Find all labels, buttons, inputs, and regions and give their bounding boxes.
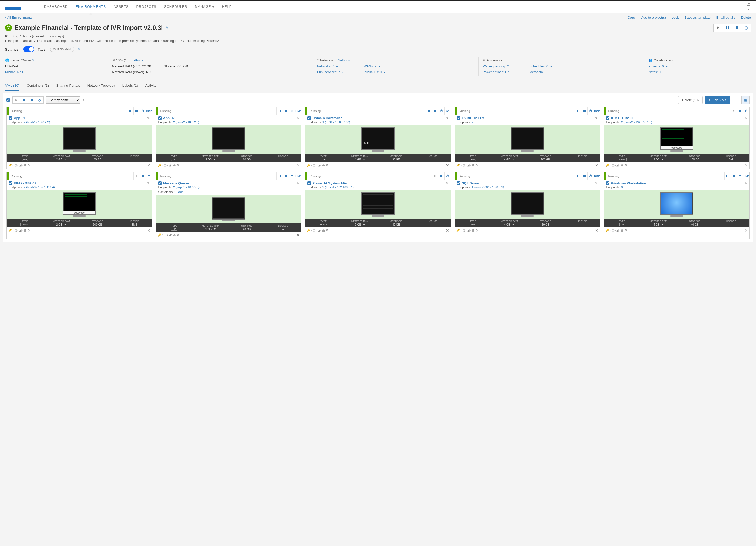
vm-checkbox[interactable] [606, 116, 609, 120]
gear-icon[interactable]: ⚙ [27, 164, 30, 167]
vm-close-icon[interactable]: ✕ [745, 229, 748, 233]
vm-play-button[interactable] [731, 107, 737, 115]
disks-icon[interactable]: ◢0 [467, 164, 471, 167]
vm-rdp-button[interactable]: RDP [295, 173, 301, 180]
metadata-link[interactable]: Metadata [530, 70, 543, 74]
nav-projects[interactable]: PROJECTS [136, 1, 156, 13]
vm-power-button[interactable] [444, 173, 451, 180]
keys-icon[interactable]: 🔑2 [307, 164, 312, 167]
vm-rdp-button[interactable]: RDP [743, 173, 749, 180]
edit-region-icon[interactable]: ✎ [32, 59, 35, 62]
toolbar-power-button[interactable] [36, 97, 44, 104]
keys-icon[interactable]: 🔑2 [158, 164, 163, 167]
vm-power-button[interactable] [587, 173, 594, 180]
vm-play-button[interactable] [133, 173, 140, 180]
vm-endpoint-link[interactable]: 2 (host-2 - 192.168.1.3) [621, 121, 652, 124]
keys-icon[interactable]: 🔑2 [8, 164, 13, 167]
print-icon[interactable]: 🖶 [621, 229, 624, 232]
disks-icon[interactable]: ◢0 [169, 164, 172, 167]
vm-edit-icon[interactable]: ✎ [446, 181, 449, 185]
vm-checkbox[interactable] [457, 116, 460, 120]
select-all-checkbox[interactable] [6, 98, 10, 102]
gear-icon[interactable]: ⚙ [326, 164, 328, 167]
disks-icon[interactable]: ◢0 [169, 233, 172, 237]
vm-stop-button[interactable] [140, 173, 146, 180]
vm-power-button[interactable] [587, 107, 594, 115]
vm-endpoint-link[interactable]: 2 (host-2 - 10.0.2.3) [173, 121, 199, 124]
owner-link[interactable]: Michael Neil [5, 70, 23, 74]
vm-thumbnail[interactable] [455, 190, 600, 219]
vm-close-icon[interactable]: ✕ [595, 229, 598, 233]
keys-icon[interactable]: 🔑2 [307, 229, 312, 232]
containers-icon[interactable]: ▢0 [611, 229, 616, 232]
vm-edit-icon[interactable]: ✎ [296, 181, 299, 185]
vm-edit-icon[interactable]: ✎ [744, 181, 747, 185]
gear-icon[interactable]: ⚙ [475, 229, 478, 232]
vm-checkbox[interactable] [307, 182, 311, 185]
gear-icon[interactable]: ⚙ [475, 164, 478, 167]
vm-endpoint-link[interactable]: 2 (mq-01 - 10.0.5.3) [173, 186, 200, 189]
action-copy[interactable]: Copy [628, 16, 635, 19]
vm-stop-button[interactable] [432, 107, 438, 115]
vm-close-icon[interactable]: ✕ [446, 163, 449, 168]
vm-endpoint-link[interactable]: 2 (host-3 - 192.168.1.4) [24, 186, 55, 189]
vm-stop-button[interactable] [283, 107, 289, 115]
vm-stop-button[interactable] [133, 107, 140, 115]
projects-link[interactable]: Projects: 0 [648, 65, 668, 68]
vm-close-icon[interactable]: ✕ [297, 163, 300, 168]
gear-icon[interactable]: ⚙ [177, 164, 179, 167]
vm-thumbnail[interactable] [156, 125, 301, 154]
keys-icon[interactable]: 🔑1 [606, 164, 611, 167]
vm-edit-icon[interactable]: ✎ [595, 181, 598, 185]
vm-power-button[interactable] [289, 107, 295, 115]
containers-icon[interactable]: ▢0 [164, 164, 168, 167]
vm-sequencing-link[interactable]: VM sequencing: On [483, 65, 511, 68]
vm-checkbox[interactable] [158, 116, 162, 120]
print-icon[interactable]: 🖶 [322, 229, 325, 232]
vm-rdp-button[interactable]: RDP [594, 107, 600, 115]
vm-endpoint-link[interactable]: 1 (win2k8001 - 10.0.5.1) [472, 186, 504, 189]
delete-button[interactable]: Delete (10) [678, 96, 703, 104]
vm-thumbnail[interactable] [455, 125, 600, 154]
vm-pause-button[interactable] [276, 173, 283, 180]
vm-rdp-button[interactable]: RDP [444, 107, 451, 115]
vm-checkbox[interactable] [158, 182, 162, 185]
vm-edit-icon[interactable]: ✎ [147, 181, 150, 185]
containers-icon[interactable]: ▢0 [462, 229, 466, 232]
vm-name-link[interactable]: App-01 [14, 116, 25, 120]
disks-icon[interactable]: ◢0 [318, 164, 321, 167]
vm-edit-icon[interactable]: ✎ [446, 116, 449, 120]
add-vms-button[interactable]: ⊕ Add VMs [705, 96, 730, 104]
env-power-button[interactable] [741, 24, 751, 32]
vm-name-link[interactable]: Windows Workstation [611, 181, 646, 185]
action-lock[interactable]: Lock [672, 16, 679, 19]
notes-link[interactable]: Notes: 0 [648, 70, 661, 74]
sort-select[interactable]: Sort by name [46, 97, 80, 104]
vm-checkbox[interactable] [9, 182, 12, 185]
vm-endpoint-link[interactable]: 1 (dc01 - 10.0.5.100) [322, 121, 350, 124]
keys-icon[interactable]: 🔑2 [158, 233, 163, 237]
tab-sharing-portals[interactable]: Sharing Portals [56, 80, 80, 91]
vm-power-button[interactable] [140, 107, 146, 115]
vm-stop-button[interactable] [283, 173, 289, 180]
action-save-as-template[interactable]: Save as template [684, 16, 710, 19]
vm-thumbnail[interactable] [305, 125, 451, 154]
print-icon[interactable]: 🖶 [621, 164, 624, 167]
containers-icon[interactable]: ▢0 [313, 164, 317, 167]
vm-stop-button[interactable] [731, 173, 737, 180]
disks-icon[interactable]: ◢0 [467, 229, 471, 232]
schedules-link[interactable]: Schedules: 0 [530, 65, 552, 68]
vm-pause-button[interactable] [276, 107, 283, 115]
nav-schedules[interactable]: SCHEDULES [164, 1, 187, 13]
networks-link[interactable]: Networks: 7 [317, 65, 338, 68]
sort-direction-icon[interactable]: ↑ [83, 98, 84, 102]
containers-icon[interactable]: ▢0 [611, 164, 616, 167]
print-icon[interactable]: 🖶 [472, 164, 475, 167]
nav-manage[interactable]: MANAGE [195, 1, 214, 13]
env-play-button[interactable] [713, 24, 723, 32]
vm-thumbnail[interactable] [7, 125, 152, 154]
keys-icon[interactable]: 🔑2 [456, 229, 462, 232]
vm-close-icon[interactable]: ✕ [745, 163, 748, 168]
vm-stop-button[interactable] [737, 107, 743, 115]
vm-pause-button[interactable] [127, 107, 133, 115]
